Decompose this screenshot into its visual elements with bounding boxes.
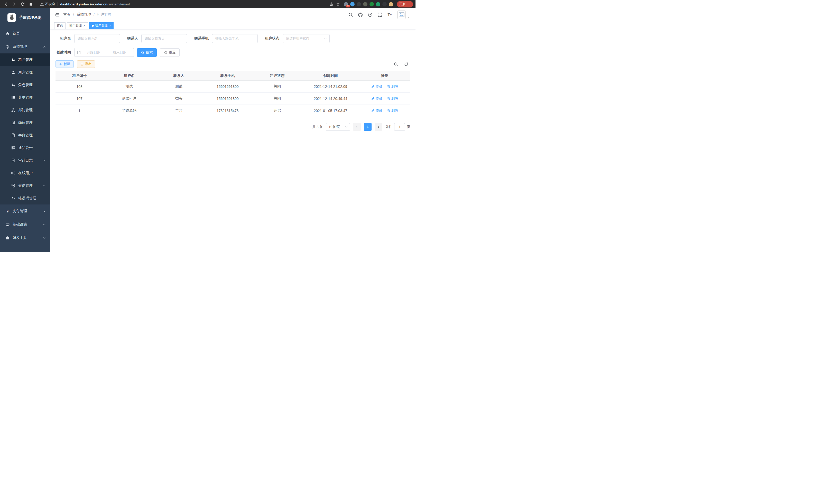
close-tab-icon[interactable]: × [83,24,85,27]
sidebar-item-3[interactable]: 用户管理 [0,66,50,79]
extension-5-icon[interactable] [370,2,374,6]
edit-button[interactable]: 修改 [371,108,382,113]
chevron-down-icon [43,184,46,187]
contact-input[interactable] [141,34,187,43]
back-icon[interactable] [3,1,10,7]
goto-page-input[interactable] [394,123,405,131]
sidebar-item-15[interactable]: 基础设施 [0,218,50,231]
logo-image [7,13,16,22]
table-row: 1 芋道源码 芋艿 17321315478 开启 2021-01-05 17:0… [56,105,410,117]
sidebar-item-13[interactable]: 错误码管理 [0,192,50,205]
extension-4-icon[interactable] [363,2,368,6]
refresh-table-icon[interactable] [404,62,408,66]
extension-7-icon[interactable] [382,2,387,6]
collapse-sidebar-icon[interactable] [54,12,59,17]
forward-icon[interactable] [11,1,18,7]
browser-nav [3,1,34,7]
gear-icon [6,45,9,49]
phone-input[interactable] [212,34,258,43]
date-range-picker[interactable]: 开始日期 - 结束日期 [74,48,134,57]
date-end-placeholder[interactable]: 结束日期 [108,50,131,55]
tenant-name-input[interactable] [74,34,120,43]
reload-icon[interactable] [19,1,26,7]
delete-button[interactable]: 删除 [387,96,398,101]
role-icon [11,83,15,87]
edit-button[interactable]: 修改 [371,84,382,89]
font-size-icon[interactable]: TT [388,12,392,17]
sidebar-item-7[interactable]: 岗位管理 [0,116,50,129]
dept-icon [11,108,15,112]
export-button[interactable]: 导出 [77,60,95,68]
profile-icon[interactable] [389,2,393,6]
page-size-select[interactable]: 10条/页 [326,123,350,131]
url-domain[interactable]: dashboard.yudao.iocoder.cn [60,2,107,6]
cell-operations: 修改删除 [359,92,410,105]
fullscreen-icon[interactable] [378,12,382,17]
security-label[interactable]: 不安全 [45,2,55,6]
address-bar[interactable]: 不安全 dashboard.yudao.iocoder.cn/system/te… [40,2,130,6]
extension-3-icon[interactable] [357,2,361,6]
user-icon [11,70,15,74]
sidebar-item-8[interactable]: 字典管理 [0,129,50,142]
reset-button[interactable]: 重置 [160,48,180,57]
avatar[interactable] [397,10,406,19]
next-page-button[interactable] [375,123,382,131]
search-button[interactable]: 搜索 [137,48,157,57]
tab-0[interactable]: 首页 [54,22,65,29]
tab-1[interactable]: 部门管理× [67,22,88,29]
sidebar-item-2[interactable]: 租户管理 [0,53,50,66]
share-icon[interactable] [329,2,333,6]
sidebar-menu: 首页 系统管理 租户管理 用户管理 角色管理 菜单管理 [0,27,50,252]
delete-button[interactable]: 删除 [387,108,398,113]
breadcrumb-item-1[interactable]: 系统管理 [77,12,91,17]
edit-button[interactable]: 修改 [371,96,382,101]
menu-list-icon [11,95,15,99]
column-header-1: 租户名 [103,71,155,80]
sidebar-item-14[interactable]: ¥ 支付管理 [0,205,50,218]
search-icon[interactable] [348,12,353,17]
add-button[interactable]: 新增 [56,60,74,68]
cell-phone: 17321315478 [203,105,252,117]
cell-status: 开启 [252,105,302,117]
sidebar-item-16[interactable]: 研发工具 [0,231,50,244]
cell-tenant-name: 芋道源码 [103,105,155,117]
tab-2[interactable]: 租户管理× [89,22,114,29]
sidebar-item-0[interactable]: 首页 [0,27,50,40]
close-tab-icon[interactable]: × [109,24,111,27]
plus-icon [59,63,62,66]
table-row: 108 测试 测试 15601691300 关闭 2021-12-14 21:0… [56,80,410,92]
column-header-6: 操作 [359,71,410,80]
errcode-icon [11,196,15,200]
sidebar-item-5[interactable]: 菜单管理 [0,91,50,104]
prev-page-button[interactable] [353,123,361,131]
sidebar-item-11[interactable]: 在线用户 [0,167,50,179]
delete-button[interactable]: 删除 [387,84,398,89]
table-body: 108 测试 测试 15601691300 关闭 2021-12-14 21:0… [56,80,410,117]
download-icon [80,63,84,66]
sidebar-item-6[interactable]: 部门管理 [0,104,50,116]
github-icon[interactable] [358,12,363,17]
browser-home-icon[interactable] [27,1,34,7]
sidebar-item-12[interactable]: 短信管理 [0,179,50,192]
extension-1-icon[interactable]: 10 [344,2,348,6]
breadcrumb-item-0[interactable]: 首页 [63,12,70,17]
sidebar-item-10[interactable]: 审计日志 [0,154,50,167]
url-path[interactable]: /system/tenant [107,2,130,6]
date-start-placeholder[interactable]: 开始日期 [82,50,105,55]
calendar-icon [77,51,81,54]
page-1-button[interactable]: 1 [364,123,372,131]
toggle-search-icon[interactable] [394,62,398,66]
bookmark-star-icon[interactable] [336,2,340,6]
logo[interactable]: 芋道管理系统 [0,8,50,27]
header-actions: TT [348,10,410,19]
update-button[interactable]: 更新 [397,1,413,7]
extension-6-icon[interactable] [376,2,380,6]
menu-dots-icon[interactable] [407,3,411,6]
extension-2-icon[interactable] [350,2,354,6]
help-icon[interactable] [368,12,372,17]
sidebar-item-1[interactable]: 系统管理 [0,40,50,53]
user-menu[interactable] [397,10,410,19]
sidebar-item-4[interactable]: 角色管理 [0,79,50,91]
sidebar-item-9[interactable]: 通知公告 [0,142,50,154]
status-select[interactable]: 请选择租户状态 [283,34,330,43]
